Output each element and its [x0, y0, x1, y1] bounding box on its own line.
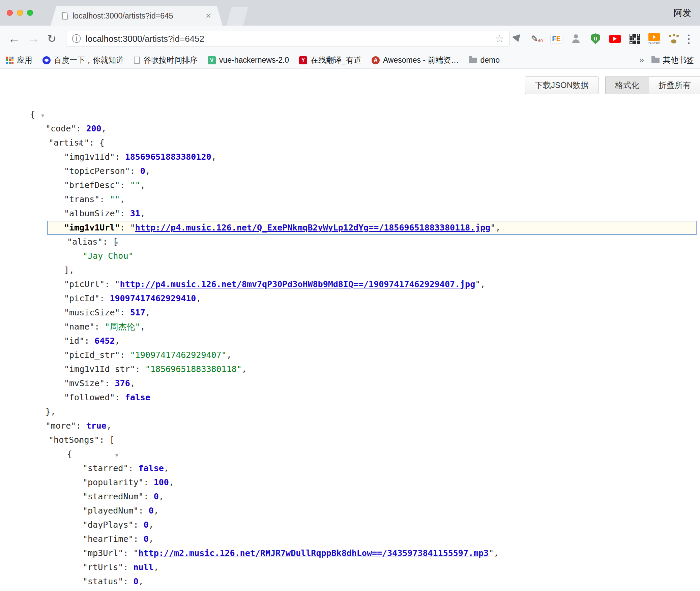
- bookmarks-right: » 其他书签: [639, 55, 694, 65]
- shield-icon: u: [591, 33, 600, 44]
- json-punctuation: ,: [107, 421, 112, 431]
- bookmark-item[interactable]: Y在线翻译_有道: [299, 55, 361, 65]
- json-line: "trans": "",: [0, 192, 700, 207]
- json-punctuation: ,: [139, 577, 144, 586]
- play-icon: [648, 33, 660, 41]
- arrow-extension-icon[interactable]: [511, 31, 524, 46]
- format-button[interactable]: 格式化: [605, 76, 649, 94]
- json-punctuation: :: [128, 463, 138, 473]
- json-line: "starredNum": 0,: [0, 490, 700, 504]
- json-key: "dayPlays": [83, 520, 134, 530]
- shield-extension-icon[interactable]: u: [589, 31, 602, 46]
- json-punctuation: :: [99, 435, 110, 445]
- address-bar[interactable]: ⓘ localhost:3000/artists?id=6452 ☆: [66, 31, 510, 47]
- json-punctuation: ,: [145, 166, 150, 176]
- json-value-literal: 18569651883380120: [125, 152, 211, 162]
- json-value-string: "18569651883380118": [145, 364, 242, 374]
- json-key: "more": [46, 421, 76, 431]
- json-key: "artist": [49, 138, 89, 148]
- json-key: "hotSongs": [49, 435, 99, 445]
- close-window-button[interactable]: [7, 10, 13, 16]
- json-punctuation: ,: [149, 520, 154, 530]
- json-punctuation: [: [113, 237, 118, 247]
- reload-icon[interactable]: ↻: [47, 26, 56, 52]
- json-value-literal: 100: [154, 477, 169, 487]
- bookmarks-bar: 应用 百度一下，你就知道谷歌按时间排序Vvue-hackernews-2.0Y在…: [0, 52, 700, 69]
- chrome-menu-icon[interactable]: ⋮: [683, 26, 695, 52]
- json-punctuation: :: [105, 378, 115, 388]
- json-value-literal: 6452: [94, 336, 115, 346]
- json-line: "picId_str": "19097417462929407",: [0, 348, 700, 362]
- json-punctuation: :: [120, 180, 130, 190]
- json-key: "starred": [83, 463, 128, 473]
- paw-extension-icon[interactable]: [667, 31, 680, 46]
- json-punctuation: ": [130, 223, 135, 232]
- bookmark-label: demo: [480, 56, 500, 65]
- json-punctuation: ,: [101, 124, 107, 133]
- download-json-button[interactable]: 下载JSON数据: [525, 76, 599, 94]
- fe-extension-icon[interactable]: FE: [550, 31, 563, 46]
- json-line: "musicSize": 517,: [0, 306, 700, 320]
- json-punctuation: :: [76, 124, 86, 133]
- page-content: 下载JSON数据 格式化 折叠所有 ▼{"code": 200,▼"artist…: [0, 69, 700, 591]
- tab-close-icon[interactable]: ×: [206, 11, 211, 21]
- json-key: "img1v1Url": [64, 223, 120, 232]
- bookmark-item[interactable]: 百度一下，你就知道: [42, 55, 124, 65]
- youdao-favicon: Y: [299, 56, 307, 64]
- translate-extension-icon[interactable]: ✎en: [530, 31, 544, 46]
- json-punctuation: ,: [242, 364, 247, 374]
- qrcode-extension-icon[interactable]: [628, 31, 641, 46]
- json-link[interactable]: http://m2.music.126.net/RMJR7wDullRqppBk…: [139, 548, 489, 558]
- bookmarks-overflow-icon[interactable]: »: [639, 55, 644, 65]
- json-punctuation: :: [120, 350, 130, 360]
- json-value-string: "周杰伦": [105, 322, 140, 332]
- collapse-all-button[interactable]: 折叠所有: [649, 76, 700, 94]
- url-text[interactable]: localhost:3000/artists?id=6452: [86, 34, 495, 44]
- person-extension-icon[interactable]: [569, 31, 583, 46]
- minimize-window-button[interactable]: [17, 10, 23, 16]
- json-line: "more": true,: [0, 419, 700, 433]
- json-value-literal: false: [125, 393, 150, 402]
- traffic-lights: [7, 0, 33, 26]
- page-info-icon[interactable]: ⓘ: [72, 34, 81, 43]
- json-value-literal: 200: [86, 124, 101, 133]
- bookmark-label: 在线翻译_有道: [311, 55, 361, 65]
- view-mode-segment: 格式化 折叠所有: [605, 76, 700, 94]
- json-punctuation: ,: [154, 506, 159, 516]
- json-punctuation: ,: [149, 534, 154, 544]
- json-line: "mp3Url": "http://m2.music.126.net/RMJR7…: [0, 546, 700, 560]
- json-value-literal: true: [86, 421, 106, 431]
- bookmark-item-apps[interactable]: 应用: [6, 55, 32, 65]
- bookmark-item[interactable]: demo: [469, 56, 500, 65]
- json-punctuation: :: [123, 548, 133, 558]
- json-key: "picId_str": [64, 350, 120, 360]
- json-punctuation: ,: [169, 477, 174, 487]
- zoom-window-button[interactable]: [27, 10, 33, 16]
- player-extension-icon[interactable]: PLAYER: [647, 31, 661, 46]
- browser-tab[interactable]: localhost:3000/artists?id=645 ×: [51, 6, 223, 26]
- json-value-literal: 0: [134, 577, 139, 586]
- json-line: "rtUrls": null,: [0, 560, 700, 574]
- back-icon[interactable]: ←: [8, 26, 20, 52]
- json-punctuation: ,: [159, 492, 164, 501]
- json-link[interactable]: http://p4.music.126.net/8mv7qP30Pd3oHW8b…: [120, 279, 475, 289]
- bookmark-item[interactable]: 谷歌按时间排序: [134, 55, 198, 65]
- json-punctuation: ",: [489, 548, 499, 558]
- json-punctuation: ,: [130, 378, 135, 388]
- bookmark-star-icon[interactable]: ☆: [495, 34, 504, 44]
- json-line: "code": 200,: [0, 122, 700, 136]
- new-tab-button[interactable]: [227, 7, 248, 26]
- json-punctuation: :: [135, 364, 145, 374]
- collapse-toggle-icon[interactable]: ▼: [115, 452, 118, 458]
- json-value-literal: 31: [130, 209, 140, 218]
- youtube-extension-icon[interactable]: [608, 31, 622, 46]
- json-punctuation: :: [99, 293, 110, 303]
- collapse-toggle-icon[interactable]: ▼: [41, 113, 44, 119]
- other-bookmarks-button[interactable]: 其他书签: [651, 55, 694, 65]
- json-link[interactable]: http://p4.music.126.net/Q_ExePNkmqB2yWyL…: [135, 223, 491, 232]
- bookmark-item[interactable]: AAwesomes - 前端资…: [372, 55, 459, 65]
- profile-name[interactable]: 阿发: [674, 0, 691, 26]
- json-punctuation: :: [144, 492, 154, 501]
- page-favicon-icon: [62, 12, 68, 20]
- bookmark-item[interactable]: Vvue-hackernews-2.0: [208, 56, 289, 65]
